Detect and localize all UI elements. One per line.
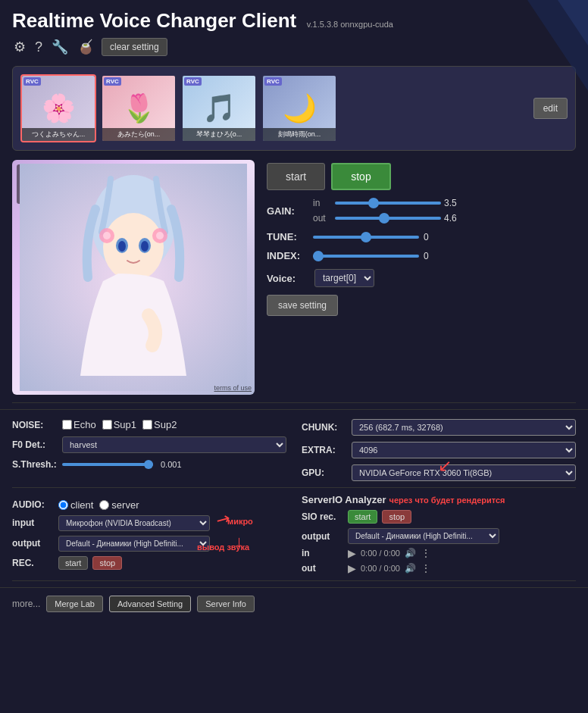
rec-stop-button[interactable]: stop (92, 556, 122, 570)
gain-in-label: in (313, 198, 332, 208)
gain-out-slider[interactable] (335, 217, 441, 220)
stop-button[interactable]: stop (331, 163, 390, 190)
gain-in-slider[interactable] (335, 202, 441, 205)
sup2-checkbox[interactable] (142, 420, 152, 430)
sio-start-button[interactable]: start (348, 510, 377, 524)
sio-in-more-icon[interactable]: ⋮ (421, 547, 431, 559)
github-icon[interactable]: ⚙ (12, 37, 27, 57)
audio-radio-group: client server (58, 499, 139, 511)
sup1-checkbox[interactable] (102, 420, 112, 430)
input-device-select[interactable]: Микрофон (NVIDIA Broadcast) (58, 515, 210, 531)
rec-start-button[interactable]: start (58, 556, 88, 570)
settings-grid: NOISE: Echo Sup1 Sup2 (12, 419, 576, 481)
audio-section: AUDIO: client server input Микрофон (NV (0, 494, 588, 574)
f0det-select[interactable]: harvest dio crepe pm (62, 436, 286, 453)
chunk-select[interactable]: 256 (682.7 ms, 32768) (352, 419, 576, 436)
voice-row: Voice: target[0] target[1] target[2] (267, 269, 576, 287)
client-radio-label[interactable]: client (58, 499, 93, 511)
serverio-header-row: ServerIO Analyzer через что будет рендер… (302, 494, 576, 505)
server-radio-label[interactable]: server (99, 499, 139, 511)
save-setting-button[interactable]: save setting (267, 295, 338, 316)
rvc-badge-2: RVC (104, 77, 121, 86)
terms-of-use-link[interactable]: terms of use (214, 384, 252, 392)
sio-in-label: in (302, 548, 343, 558)
extra-label: EXTRA: (302, 445, 347, 455)
tune-slider[interactable] (313, 236, 419, 239)
echo-checkbox[interactable] (62, 420, 72, 430)
char-card-3[interactable]: 🎵 RVC 琴琴まひろ(o... (181, 74, 257, 142)
sio-stop-button[interactable]: stop (382, 510, 411, 524)
client-label: client (70, 499, 93, 511)
start-button[interactable]: start (267, 163, 325, 190)
audio-mode-row: AUDIO: client server (12, 499, 286, 511)
sthresh-slider[interactable] (62, 463, 153, 466)
header-icons: ⚙ ? 🔧 🧉 clear setting (12, 37, 576, 57)
char-label-4: 刻鳴時雨(on... (263, 128, 336, 141)
chunk-label: CHUNK: (302, 422, 347, 433)
server-info-button[interactable]: Server Info (197, 596, 255, 612)
sio-out-label: out (302, 563, 343, 574)
edit-button[interactable]: edit (533, 98, 568, 119)
char-card-1[interactable]: 🌸 RVC つくよみちゃん... (20, 74, 96, 142)
rvc-badge-1: RVC (23, 77, 41, 86)
sio-output-select[interactable]: Default - Динамики (High Definiti... (348, 528, 499, 544)
rec-label: REC. (12, 558, 54, 568)
svg-point-4 (103, 213, 164, 281)
sio-out-time: 0:00 / 0:00 (361, 564, 400, 573)
audio-label: AUDIO: (12, 499, 54, 510)
more-label: more... (12, 599, 40, 609)
index-slider[interactable] (313, 255, 419, 258)
merge-lab-button[interactable]: Merge Lab (46, 596, 103, 612)
gpu-select[interactable]: NVIDIA GeForce RTX 3060 Ti(8GB) (352, 464, 576, 481)
gain-out-label: out (313, 213, 332, 224)
index-label: INDEX: (267, 250, 308, 261)
svg-point-7 (118, 241, 126, 252)
main-area: RVC vol: 0 buf: 0 ms res: 0 ms (0, 160, 588, 395)
voice-image-panel: RVC vol: 0 buf: 0 ms res: 0 ms (12, 160, 255, 395)
sio-output-label: output (302, 531, 343, 542)
serverio-label: ServerIO Analyzer (302, 494, 386, 505)
rvc-badge-3: RVC (184, 77, 202, 86)
chunk-row: CHUNK: 256 (682.7 ms, 32768) (302, 419, 576, 436)
cup-icon[interactable]: 🧉 (76, 37, 95, 57)
help-icon[interactable]: ? (33, 38, 44, 57)
start-stop-row: start stop (267, 163, 576, 190)
char-card-4[interactable]: 🌙 RVC 刻鳴時雨(on... (261, 74, 337, 142)
sup2-checkbox-label[interactable]: Sup2 (142, 419, 177, 430)
sio-out-row: out ▶ 0:00 / 0:00 🔊 ⋮ (302, 562, 576, 574)
output-annotation-text: вывод звука (197, 543, 249, 552)
voice-select[interactable]: target[0] target[1] target[2] (314, 269, 374, 287)
app-version: v.1.5.3.8 onnxgpu-cuda (307, 20, 393, 29)
sio-out-more-icon[interactable]: ⋮ (421, 562, 431, 574)
controls-panel: start stop GAIN: in 3.5 out 4.6 TUNE: (255, 160, 576, 395)
gain-out-value: 4.6 (444, 213, 467, 224)
tune-row: TUNE: 0 (267, 231, 576, 242)
sio-out-volume-icon: 🔊 (405, 563, 416, 574)
echo-checkbox-label[interactable]: Echo (62, 419, 96, 430)
voice-label: Voice: (267, 273, 308, 284)
output-device-select[interactable]: Default - Динамики (High Definiti... (58, 536, 210, 552)
sthresh-label: S.Thresh.: (12, 459, 58, 470)
extra-select[interactable]: 4096 (352, 442, 576, 458)
sio-rec-label: SIO rec. (302, 511, 343, 522)
char-label-3: 琴琴まひろ(o... (183, 128, 255, 141)
input-label: input (12, 518, 54, 528)
sup1-checkbox-label[interactable]: Sup1 (102, 419, 136, 430)
sio-in-play-button[interactable]: ▶ (348, 547, 356, 559)
f0det-label: F0 Det.: (12, 439, 58, 450)
server-radio[interactable] (99, 500, 109, 510)
divider-1 (12, 402, 576, 403)
client-radio[interactable] (58, 500, 68, 510)
index-value: 0 (424, 251, 446, 261)
wrench-icon[interactable]: 🔧 (50, 37, 70, 57)
audio-left: AUDIO: client server input Микрофон (NV (12, 499, 286, 570)
char-card-2[interactable]: 🌷 RVC あみたら(on... (101, 74, 177, 142)
rec-row: REC. start stop (12, 556, 286, 570)
advanced-setting-button[interactable]: Advanced Setting (109, 596, 191, 612)
sio-out-play-button[interactable]: ▶ (348, 562, 356, 574)
clear-setting-button[interactable]: clear setting (102, 38, 167, 56)
output-label: output (12, 538, 54, 549)
noise-row: NOISE: Echo Sup1 Sup2 (12, 419, 286, 430)
audio-grid: AUDIO: client server input Микрофон (NV (12, 494, 576, 574)
svg-point-11 (103, 232, 111, 239)
